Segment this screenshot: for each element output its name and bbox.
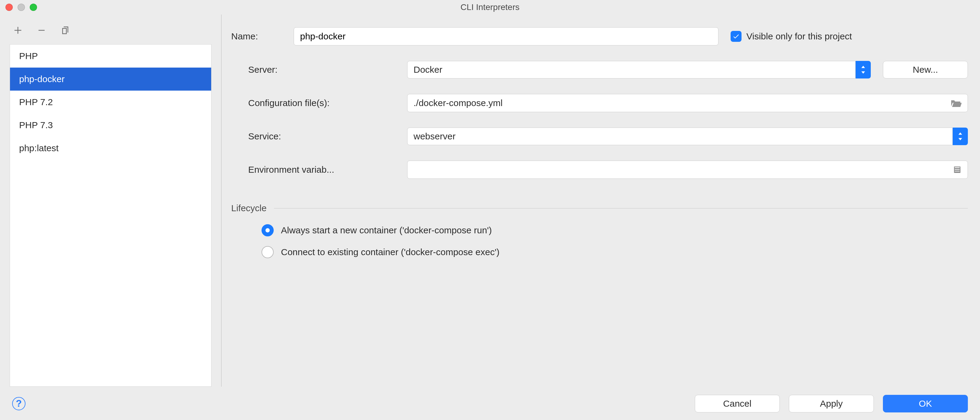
main-form: Name: Visible only for this project Serv… [221,14,980,387]
copy-icon[interactable] [61,26,70,37]
window-controls [0,4,37,11]
section-rule [274,208,968,209]
dialog-window: CLI Interpreters PHP php-doc [0,0,980,420]
interpreters-list: PHP php-docker PHP 7.2 PHP 7.3 php:lates… [10,44,212,387]
lifecycle-option-run[interactable]: Always start a new container ('docker-co… [231,219,968,241]
env-vars-label: Environment variab... [231,165,407,175]
help-icon[interactable]: ? [12,397,25,410]
titlebar: CLI Interpreters [0,0,980,14]
lifecycle-option-exec[interactable]: Connect to existing container ('docker-c… [231,241,968,263]
server-select-value: Docker [407,61,856,78]
add-icon[interactable] [13,26,22,37]
config-file-field[interactable]: ./docker-compose.yml [407,94,968,112]
list-item[interactable]: PHP 7.3 [10,114,211,137]
service-select-value: webserver [407,128,953,145]
dropdown-arrows-icon [856,61,871,78]
close-window-button[interactable] [5,4,13,11]
zoom-window-button[interactable] [30,4,37,11]
visible-checkbox[interactable] [730,31,741,42]
apply-button[interactable]: Apply [789,395,874,412]
dialog-body: PHP php-docker PHP 7.2 PHP 7.3 php:lates… [0,14,980,420]
server-label: Server: [231,65,407,75]
dialog-footer: ? Cancel Apply OK [0,387,980,420]
list-item[interactable]: PHP [10,44,211,68]
list-edit-icon[interactable] [953,165,961,174]
name-input-field[interactable] [300,28,712,45]
lifecycle-option-label: Connect to existing container ('docker-c… [281,247,500,257]
cancel-button[interactable]: Cancel [695,395,780,412]
folder-open-icon[interactable] [951,98,961,108]
footer-buttons: Cancel Apply OK [695,395,968,412]
sidebar: PHP php-docker PHP 7.2 PHP 7.3 php:lates… [0,14,221,387]
sidebar-toolbar [10,21,212,42]
lifecycle-section-header: Lifecycle [231,203,968,213]
list-item[interactable]: PHP 7.2 [10,90,211,114]
window-title: CLI Interpreters [0,2,980,12]
new-server-button[interactable]: New... [883,61,968,78]
service-select[interactable]: webserver [407,128,968,145]
server-select[interactable]: Docker [407,61,871,78]
list-item[interactable]: php-docker [10,68,211,90]
lifecycle-option-label: Always start a new container ('docker-co… [281,225,492,235]
lifecycle-title: Lifecycle [231,203,267,213]
radio-button[interactable] [261,224,274,236]
service-label: Service: [231,131,407,141]
dropdown-arrows-icon [953,128,968,145]
name-input[interactable] [294,27,719,46]
list-item[interactable]: php:latest [10,137,211,160]
env-vars-field[interactable] [407,161,968,179]
ok-button[interactable]: OK [883,395,968,412]
remove-icon[interactable] [37,26,46,37]
dialog-content: PHP php-docker PHP 7.2 PHP 7.3 php:lates… [0,14,980,387]
config-file-label: Configuration file(s): [231,98,407,108]
visible-checkbox-label: Visible only for this project [746,31,852,41]
radio-button[interactable] [261,246,274,258]
minimize-window-button[interactable] [18,4,25,11]
config-file-value: ./docker-compose.yml [414,98,503,108]
name-label: Name: [231,31,270,41]
